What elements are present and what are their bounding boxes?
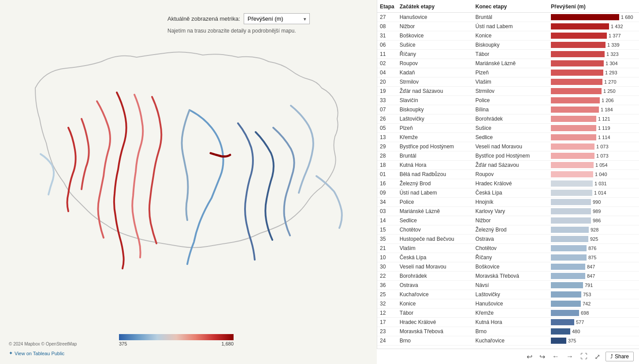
table-row[interactable]: 26 Laštovičky Borohrádek 1 121 [377, 114, 639, 124]
cell-etapa: 35 [377, 235, 397, 244]
cell-start: Bělá nad Radbůzou [397, 170, 473, 179]
cell-start: Kadaň [397, 68, 473, 77]
table-row[interactable]: 34 Police Hnojník 990 [377, 198, 639, 207]
table-row[interactable]: 32 Konice Hanušovice 742 [377, 299, 639, 309]
cell-bar: 847 [548, 272, 639, 281]
screen-button[interactable]: ⛶ [579, 352, 589, 361]
table-row[interactable]: 33 Slavičín Police 1 206 [377, 96, 639, 105]
table-row[interactable]: 04 Kadaň Plzeň 1 293 [377, 68, 639, 77]
table-row[interactable]: 03 Mariánské Lázně Karlovy Vary 989 [377, 207, 639, 216]
table-row[interactable]: 17 Hradec Králové Kutná Hora 577 [377, 318, 639, 327]
cell-etapa: 15 [377, 225, 397, 235]
elevation-value: 742 [583, 301, 598, 306]
map-legend: 375 1,680 [119, 334, 234, 346]
cell-start: Borohrádek [397, 272, 473, 281]
cell-end: Biskoupky [473, 40, 548, 50]
cell-etapa: 19 [377, 87, 397, 96]
table-row[interactable]: 22 Borohrádek Moravská Třebová 847 [377, 272, 639, 281]
elevation-bar [551, 107, 599, 113]
cell-start: Tábor [397, 309, 473, 318]
cell-bar: 1 206 [548, 96, 639, 105]
elevation-bar [551, 217, 591, 224]
cell-start: Roupov [397, 59, 473, 68]
table-row[interactable]: 23 Moravská Třebová Brno 480 [377, 327, 639, 336]
table-row[interactable]: 06 Sušice Biskoupky 1 339 [377, 40, 639, 50]
elevation-bar [551, 282, 583, 288]
cell-end: Strmilov [473, 87, 548, 96]
table-row[interactable]: 14 Sedlice Nižbor 986 [377, 216, 639, 225]
cell-etapa: 26 [377, 114, 397, 124]
cell-etapa: 16 [377, 179, 397, 188]
cell-etapa: 27 [377, 13, 397, 22]
cell-etapa: 04 [377, 68, 397, 77]
undo-button[interactable]: ↩ [525, 352, 534, 362]
table-row[interactable]: 28 Bruntál Bystřice pod Hostýnem 1 073 [377, 151, 639, 161]
elevation-value: 1 014 [594, 190, 609, 195]
share-label: Share [615, 353, 629, 360]
cell-end: Plzeň [473, 68, 548, 77]
table-row[interactable]: 15 Chotětov Železný Brod 928 [377, 225, 639, 235]
cell-etapa: 20 [377, 77, 397, 87]
cell-end: Mariánské Lázně [473, 59, 548, 68]
table-row[interactable]: 10 Česká Lípa Říčany 875 [377, 253, 639, 262]
table-row[interactable]: 19 Žďár nad Sázavou Strmilov 1 250 [377, 87, 639, 96]
table-row[interactable]: 13 Křemže Sedlice 1 114 [377, 133, 639, 142]
table-row[interactable]: 29 Bystřice pod Hostýnem Veselí nad Mora… [377, 142, 639, 151]
table-row[interactable]: 21 Vlašim Chotětov 876 [377, 244, 639, 253]
table-row[interactable]: 07 Biskoupky Bílina 1 184 [377, 105, 639, 114]
metric-dropdown[interactable]: Převýšení (m)Vzdálenost (km)Čas (h) [244, 13, 310, 24]
cell-etapa: 06 [377, 40, 397, 50]
table-row[interactable]: 08 Nižbor Ústí nad Labem 1 432 [377, 22, 639, 31]
table-row[interactable]: 30 Veselí nad Moravou Boškovice 847 [377, 262, 639, 272]
cell-end: Bílina [473, 105, 548, 114]
table-row[interactable]: 05 Plzeň Sušice 1 119 [377, 124, 639, 133]
table-row[interactable]: 18 Kutná Hora Žďár nad Sázavou 1 054 [377, 161, 639, 170]
cell-start: Kutná Hora [397, 161, 473, 170]
elevation-bar [551, 190, 592, 196]
table-row[interactable]: 25 Kuchařovice Laštovičky 753 [377, 290, 639, 299]
cell-bar: 986 [548, 216, 639, 225]
cell-end: Ústí nad Labem [473, 22, 548, 31]
share-button[interactable]: ⤴ Share [606, 352, 634, 361]
back-button[interactable]: ← [550, 352, 561, 361]
table-row[interactable]: 16 Železný Brod Hradec Králové 1 031 [377, 179, 639, 188]
forward-button[interactable]: → [565, 352, 575, 361]
table-row[interactable]: 12 Tábor Křemže 698 [377, 309, 639, 318]
table-row[interactable]: 35 Hustopeče nad Bečvou Ostrava 925 [377, 235, 639, 244]
expand-button[interactable]: ⤢ [593, 352, 602, 362]
cell-start: Slavičín [397, 96, 473, 105]
cell-start: Veselí nad Moravou [397, 262, 473, 272]
elevation-value: 1 054 [595, 162, 611, 168]
table-row[interactable]: 31 Boškovice Konice 1 377 [377, 31, 639, 40]
cell-start: Křemže [397, 133, 473, 142]
redo-button[interactable]: ↪ [538, 352, 547, 362]
cell-etapa: 36 [377, 281, 397, 290]
elevation-value: 480 [572, 329, 587, 334]
table-row[interactable]: 20 Strmilov Vlašim 1 270 [377, 77, 639, 87]
cell-bar: 698 [548, 309, 639, 318]
metric-dropdown-wrapper[interactable]: Převýšení (m)Vzdálenost (km)Čas (h) [244, 13, 310, 24]
cell-start: Nižbor [397, 22, 473, 31]
table-row[interactable]: 27 Hanušovice Bruntál 1 680 [377, 13, 639, 22]
cell-etapa: 18 [377, 161, 397, 170]
elevation-value: 577 [576, 320, 591, 325]
elevation-bar [551, 254, 587, 261]
table-row[interactable]: 24 Brno Kuchařovice 375 [377, 336, 639, 346]
table-row[interactable]: 11 Říčany Tábor 1 323 [377, 50, 639, 59]
elevation-value: 990 [593, 199, 608, 205]
elevation-bar [551, 291, 581, 298]
table-row[interactable]: 09 Ústí nad Labem Česká Lípa 1 014 [377, 188, 639, 198]
cell-start: Hradec Králové [397, 318, 473, 327]
tableau-link[interactable]: ✦ View on Tableau Public [9, 350, 64, 356]
cell-start: Mariánské Lázně [397, 207, 473, 216]
table-row[interactable]: 02 Roupov Mariánské Lázně 1 304 [377, 59, 639, 68]
cell-start: Kuchařovice [397, 290, 473, 299]
table-row[interactable]: 36 Ostrava Návsí 791 [377, 281, 639, 290]
cell-start: Sušice [397, 40, 473, 50]
cell-etapa: 29 [377, 142, 397, 151]
cell-bar: 925 [548, 235, 639, 244]
elevation-value: 1 270 [604, 79, 620, 85]
elevation-value: 1 680 [621, 15, 636, 20]
cell-start: Police [397, 198, 473, 207]
table-row[interactable]: 01 Bělá nad Radbůzou Roupov 1 040 [377, 170, 639, 179]
